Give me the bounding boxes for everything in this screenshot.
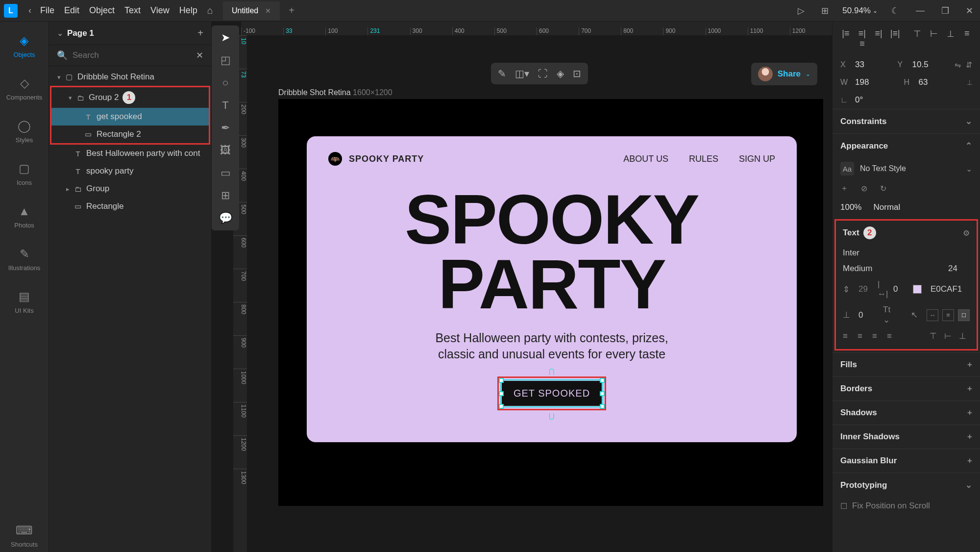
plus-icon[interactable]: ＋ <box>840 183 848 194</box>
layer-get-spooked[interactable]: T get spooked <box>51 108 209 125</box>
font-family[interactable]: Inter <box>843 248 970 258</box>
add-page-icon[interactable]: + <box>197 27 203 39</box>
duplicate-icon[interactable]: ◫▾ <box>515 68 529 79</box>
layout-icon[interactable]: ⊡ <box>573 68 581 79</box>
checkbox-icon[interactable]: ☐ <box>840 502 847 511</box>
resize-icon[interactable]: ⛶ <box>538 68 548 79</box>
layer-frame[interactable]: ▾▢ Dribbble Shot Retina <box>49 68 211 86</box>
search-input[interactable] <box>73 50 191 60</box>
rail-objects[interactable]: ◈Objects <box>13 29 35 62</box>
layer-rectangle[interactable]: ▭ Rectangle <box>49 198 211 215</box>
close-icon[interactable]: ✕ <box>963 5 976 16</box>
edit-icon[interactable]: ✎ <box>498 68 506 79</box>
letter-spacing-value[interactable]: 0 <box>893 284 908 294</box>
fix-scroll-label[interactable]: Fix Position on Scroll <box>852 501 972 511</box>
text-color-value[interactable]: E0CAF1 <box>931 284 970 294</box>
text-color-swatch[interactable] <box>913 285 922 294</box>
image-tool-icon[interactable]: 🖼 <box>220 144 231 157</box>
auto-width-icon[interactable]: ↔ <box>927 309 938 321</box>
layer-rectangle2[interactable]: ▭ Rectangle 2 <box>51 125 209 143</box>
diamond-icon[interactable]: ◈ <box>557 68 564 79</box>
rail-illustrations[interactable]: ✎Illustrations <box>8 243 41 276</box>
blur-section[interactable]: Gaussian Blur+ <box>833 449 980 473</box>
text-align-center-icon[interactable]: ≡ <box>858 331 868 341</box>
plus-icon[interactable]: + <box>967 408 972 418</box>
valign-bottom-icon[interactable]: ⊥ <box>959 331 970 341</box>
align-top-icon[interactable]: ⊤ <box>912 28 923 49</box>
moon-icon[interactable]: ☾ <box>888 5 902 16</box>
minimize-icon[interactable]: — <box>913 5 928 16</box>
align-center-icon[interactable]: ≡|≡ <box>857 28 868 49</box>
frame-tool-icon[interactable]: ◰ <box>220 54 231 67</box>
x-value[interactable]: 33 <box>855 60 893 70</box>
zoom-control[interactable]: 50.94% ⌄ <box>842 6 878 16</box>
font-size[interactable]: 24 <box>948 264 970 274</box>
layer-group2[interactable]: ▾🗀 Group 2 1 <box>51 87 209 108</box>
fills-section[interactable]: Fills+ <box>833 352 980 376</box>
align-left-icon[interactable]: |≡ <box>840 28 851 49</box>
home-icon[interactable]: ⌂ <box>207 5 213 16</box>
text-align-right-icon[interactable]: ≡ <box>872 331 883 341</box>
rail-styles[interactable]: ◯Styles <box>16 115 33 148</box>
component-tool-icon[interactable]: ⊞ <box>221 189 230 202</box>
menu-file[interactable]: File <box>40 5 54 16</box>
refresh-icon[interactable]: ↻ <box>880 184 886 193</box>
plus-icon[interactable]: + <box>967 432 972 442</box>
rail-photos[interactable]: ▲Photos <box>14 200 34 233</box>
w-value[interactable]: 198 <box>855 77 899 87</box>
pen-tool-icon[interactable]: ✒ <box>221 122 230 134</box>
frame-label[interactable]: Dribbble Shot Retina 1600×1200 <box>278 88 392 97</box>
page-header[interactable]: ⌄ Page 1 + <box>49 22 211 45</box>
flip-h-icon[interactable]: ⇋ <box>955 60 961 70</box>
fixed-size-icon[interactable]: □ <box>958 309 970 321</box>
h-value[interactable]: 63 <box>919 77 963 87</box>
plus-icon[interactable]: + <box>967 456 972 466</box>
tab-untitled[interactable]: Untitled ✕ <box>223 1 280 20</box>
layer-group[interactable]: ▸🗀 Group <box>49 180 211 198</box>
comment-tool-icon[interactable]: 💬 <box>219 212 232 225</box>
prototyping-section[interactable]: Prototyping⌄ <box>833 473 980 497</box>
opacity-value[interactable]: 100% <box>840 202 861 212</box>
cursor-tool-icon[interactable]: ➤ <box>221 31 230 44</box>
valign-middle-icon[interactable]: ⊢ <box>944 331 955 341</box>
align-right-icon[interactable]: ≡| <box>873 28 884 49</box>
menu-edit[interactable]: Edit <box>64 5 79 16</box>
lock-ratio-icon[interactable]: ⟂ <box>967 78 972 87</box>
layer-spooky-text[interactable]: T spooky party <box>49 162 211 180</box>
clear-search-icon[interactable]: ✕ <box>196 50 203 61</box>
play-icon[interactable]: ▷ <box>795 5 808 16</box>
angle-value[interactable]: 0° <box>855 95 972 105</box>
sliders-icon[interactable]: ⚙ <box>963 228 970 238</box>
text-tool-icon[interactable]: T <box>222 99 228 112</box>
rail-uikits[interactable]: ▤UI Kits <box>15 285 33 318</box>
canvas-stage[interactable]: ✎ ◫▾ ⛶ ◈ ⊡ Share ⌄ Dribbble Shot Retina … <box>247 35 832 552</box>
chevron-down-icon[interactable]: ⌄ <box>966 164 972 174</box>
tab-add-icon[interactable]: + <box>282 5 301 16</box>
menu-help[interactable]: Help <box>179 5 197 16</box>
y-value[interactable]: 10.5 <box>912 60 950 70</box>
rail-shortcuts[interactable]: ⌨Shortcuts <box>11 519 38 552</box>
artboard[interactable]: 🦇 SPOOKY PARTY ABOUT US RULES SIGN UP SP… <box>278 99 823 506</box>
font-weight[interactable]: Medium <box>843 264 943 274</box>
tab-close-icon[interactable]: ✕ <box>265 7 271 15</box>
share-chip[interactable]: Share ⌄ <box>751 63 817 85</box>
menu-object[interactable]: Object <box>89 5 115 16</box>
text-style-icon[interactable]: Aa <box>840 162 854 176</box>
blend-mode[interactable]: Normal <box>873 202 900 212</box>
align-justify-icon[interactable]: |≡| <box>890 28 901 49</box>
distribute-icon[interactable]: ≡ <box>961 28 972 49</box>
flip-v-icon[interactable]: ⇵ <box>966 60 972 70</box>
shadows-section[interactable]: Shadows+ <box>833 401 980 425</box>
app-logo-icon[interactable]: L <box>4 4 18 18</box>
align-bottom-icon[interactable]: ⊥ <box>945 28 956 49</box>
align-middle-icon[interactable]: ⊢ <box>929 28 939 49</box>
appearance-section[interactable]: Appearance⌃ <box>833 133 980 158</box>
cta-button[interactable]: GET SPOOKED <box>502 381 602 406</box>
plus-icon[interactable]: + <box>967 384 972 394</box>
constraints-section[interactable]: Constraints⌄ <box>833 109 980 133</box>
borders-section[interactable]: Borders+ <box>833 376 980 401</box>
auto-height-icon[interactable]: ≡ <box>942 309 954 321</box>
horizontal-ruler[interactable]: -100 33 100 231 300 400 500 600 700 800 … <box>241 22 832 35</box>
text-style-label[interactable]: No Text Style <box>860 164 960 173</box>
menu-view[interactable]: View <box>150 5 170 16</box>
